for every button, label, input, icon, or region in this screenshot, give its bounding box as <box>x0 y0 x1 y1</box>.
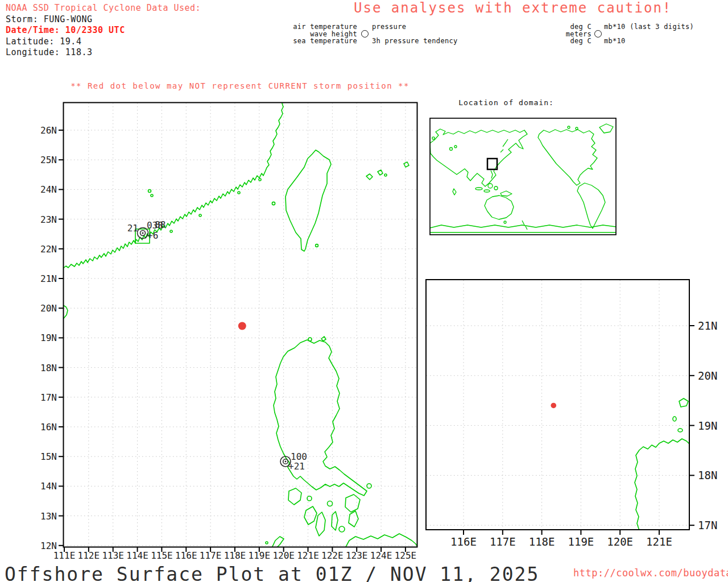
world-inset-coastlines <box>430 124 616 232</box>
samar-island <box>345 494 360 512</box>
zoom-lon-tick-label: 120E <box>607 535 633 548</box>
zoom-lat-tick-label: 17N <box>698 519 717 531</box>
units-air-temp: deg C <box>552 23 592 31</box>
gridlines <box>64 103 689 547</box>
main-lon-tick-label: 116E <box>175 550 197 561</box>
legend-pressure: pressure <box>372 23 458 31</box>
cebu-island <box>332 512 338 530</box>
units-pressure: mb*10 (last 3 digits) <box>604 23 694 31</box>
main-lon-tick-label: 115E <box>151 550 173 561</box>
storm-longitude-line: Longitude: 118.3 <box>6 47 201 59</box>
zoom-lon-tick-label: 119E <box>568 535 594 548</box>
main-lon-tick-label: 121E <box>297 550 319 561</box>
buoy-station-dot <box>142 232 144 234</box>
coastal-island <box>266 542 268 544</box>
zoom-map-coastlines <box>635 398 689 530</box>
new-guinea-island <box>500 191 512 196</box>
japan-arc <box>500 149 503 152</box>
main-lon-tick-label: 122E <box>321 550 344 561</box>
ryukyu-island <box>378 170 383 175</box>
station-air-temp-value: 21 <box>127 223 138 234</box>
source-url: http://coolwx.com/buoydata <box>573 567 728 579</box>
main-lat-tick-label: 17N <box>40 392 57 402</box>
masbate-island <box>328 501 333 506</box>
coastal-island <box>199 214 201 217</box>
main-lat-tick-label: 26N <box>40 125 57 136</box>
storm-position-dot-main <box>238 322 246 330</box>
zoom-lat-tick-label: 18N <box>698 469 717 481</box>
caution-banner: Use analyses with extreme caution! <box>354 0 672 16</box>
storm-latitude-line: Latitude: 19.4 <box>6 36 201 48</box>
station-tendency-value: +21 <box>288 461 305 472</box>
china-coastline <box>63 102 283 268</box>
station-pressure-overlap-value: 88 <box>155 219 166 230</box>
tasmania-island <box>504 221 506 223</box>
buoy-plot-page: NOAA SSD Tropical Cyclone Data Used: Sto… <box>0 0 728 582</box>
bohol-island <box>339 526 345 532</box>
main-lat-tick-label: 21N <box>40 273 57 284</box>
greenland-island <box>599 124 613 133</box>
panay-island <box>304 506 317 525</box>
main-lat-tick-label: 22N <box>40 243 57 254</box>
axis-ticks <box>59 130 694 552</box>
mindoro-island <box>288 488 301 505</box>
main-lon-tick-label: 111E <box>53 550 76 561</box>
lanyu-island <box>316 244 318 247</box>
north-america-coastline <box>538 130 597 185</box>
philippines-dash <box>491 171 493 178</box>
sulawesi-island <box>494 186 498 190</box>
ryukyu-island <box>384 174 387 176</box>
antarctica-coastline <box>430 225 616 228</box>
main-lat-tick-label: 18N <box>40 362 57 373</box>
madagascar-island <box>453 189 456 195</box>
station-symbols <box>138 228 291 467</box>
legend-pressure-tendency: 3h pressure tendency <box>372 38 458 45</box>
main-lon-tick-label: 125E <box>395 550 417 561</box>
main-lon-tick-label: 113E <box>102 550 124 561</box>
indonesia-island <box>475 188 482 190</box>
main-lat-tick-label: 19N <box>40 332 57 343</box>
south-america-coastline <box>577 183 605 228</box>
main-lat-tick-label: 25N <box>40 155 57 165</box>
main-lon-tick-label: 120E <box>272 550 295 561</box>
inset-map-title: Location of domain: <box>458 98 554 107</box>
main-lon-tick-label: 123E <box>346 550 368 561</box>
main-lat-tick-label: 16N <box>40 422 57 433</box>
australia-coastline <box>485 196 514 219</box>
zoom-lon-tick-label: 121E <box>646 535 672 548</box>
ryukyu-island <box>366 174 373 180</box>
station-model-legend: air temperature pressure wave height sea… <box>284 23 458 45</box>
borneo-island <box>488 184 493 188</box>
britain-island <box>432 137 435 139</box>
units-sea-temp: deg C <box>552 38 592 45</box>
luzon-nw-coastline <box>635 439 689 530</box>
main-lat-tick-label: 23N <box>40 214 57 225</box>
zoom-lon-tick-label: 118E <box>529 535 555 548</box>
zoom-lat-tick-label: 20N <box>698 369 717 382</box>
penghu-island <box>272 202 275 205</box>
main-lon-tick-label: 117E <box>200 550 222 561</box>
main-lon-tick-label: 119E <box>249 550 271 561</box>
inland-sea <box>454 146 457 148</box>
babuyan-island <box>673 417 676 421</box>
storm-info-block: NOAA SSD Tropical Cyclone Data Used: Sto… <box>6 3 201 59</box>
storm-datetime-line: Date/Time: 10/2330 UTC <box>6 25 201 36</box>
coastal-island <box>151 194 153 197</box>
station-circle-icon <box>361 30 369 38</box>
station-circle-icon <box>594 30 602 38</box>
units-tendency: mb*10 <box>604 38 694 45</box>
main-lon-tick-label: 118E <box>224 550 246 561</box>
zoom-lat-tick-label: 19N <box>698 419 717 432</box>
coastal-island <box>259 178 261 181</box>
main-lat-tick-label: 20N <box>40 303 57 314</box>
main-lat-tick-label: 24N <box>40 184 57 195</box>
arctic-island <box>576 127 578 130</box>
ryukyu-island <box>404 162 409 167</box>
zoom-map-border <box>426 280 689 530</box>
legend-air-temperature: air temperature <box>284 23 357 31</box>
legend-sea-temperature: sea temperature <box>284 38 357 45</box>
plot-title: Offshore Surface Plot at 01Z / NOV 11, 2… <box>5 563 539 582</box>
main-lon-tick-label: 114E <box>126 550 148 561</box>
main-lat-tick-label: 13N <box>40 510 57 521</box>
main-lat-tick-label: 15N <box>40 451 57 462</box>
